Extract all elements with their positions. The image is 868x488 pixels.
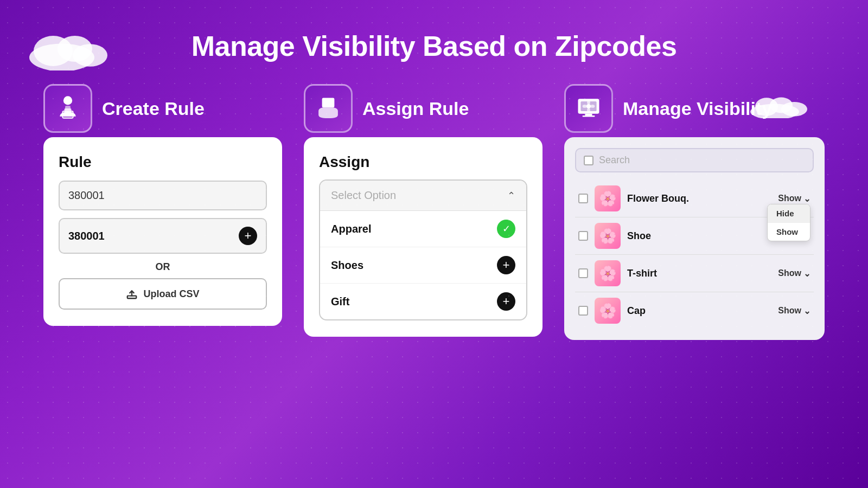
visibility-item-flower-bouq: 🌸 Flower Bouq. Show ⌄ Hide Show: [575, 180, 814, 217]
create-rule-header: Create Rule: [43, 84, 282, 133]
create-rule-title: Create Rule: [102, 98, 205, 119]
manage-visibility-icon: [575, 94, 603, 123]
chevron-down-cap-icon: ⌄: [803, 306, 810, 316]
chevron-down-icon: ⌄: [803, 194, 810, 204]
cloud-top-right-icon: [749, 92, 814, 118]
vis-thumb-tshirt: 🌸: [595, 260, 621, 286]
dropdown-item-apparel[interactable]: Apparel ✓: [320, 211, 526, 247]
show-dropdown-tshirt[interactable]: Show ⌄: [778, 268, 810, 279]
svg-point-7: [781, 102, 807, 116]
rule-input[interactable]: [59, 181, 267, 210]
assign-rule-title: Assign Rule: [362, 98, 469, 119]
assign-rule-header: Assign Rule: [304, 84, 542, 133]
rule-label: Rule: [59, 153, 267, 171]
assign-label: Assign: [319, 153, 527, 171]
dropdown-item-shoes[interactable]: Shoes +: [320, 247, 526, 284]
vis-checkbox-cap[interactable]: [578, 306, 588, 316]
dropdown-item-label-shoes: Shoes: [331, 259, 363, 272]
hide-show-popup-flower: Hide Show: [767, 204, 810, 241]
assign-rule-icon-box: [304, 84, 353, 133]
visibility-item-cap: 🌸 Cap Show ⌄: [575, 292, 814, 329]
show-dropdown-cap[interactable]: Show ⌄: [778, 306, 810, 316]
dropdown-item-label-apparel: Apparel: [331, 223, 371, 235]
hide-option[interactable]: Hide: [768, 204, 810, 223]
vis-name-tshirt: T-shirt: [627, 268, 771, 279]
assign-rule-icon: [314, 94, 342, 123]
page-header: Manage Visibility Based on Zipcodes: [0, 0, 868, 79]
svg-rect-18: [583, 115, 595, 117]
manage-visibility-section: Manage Visibility Search 🌸 Flower Bouq. …: [564, 84, 825, 340]
upload-csv-label: Upload CSV: [143, 288, 199, 300]
manage-visibility-body: Search 🌸 Flower Bouq. Show ⌄ Hide Show: [564, 137, 825, 340]
upload-csv-button[interactable]: Upload CSV: [59, 278, 267, 310]
cloud-top-left-icon: [27, 27, 114, 70]
search-box: Search: [575, 148, 814, 172]
selected-check-icon: ✓: [497, 220, 515, 238]
dropdown-item-label-gift: Gift: [331, 296, 349, 308]
page-title: Manage Visibility Based on Zipcodes: [0, 30, 868, 62]
assign-rule-body: Assign Select Option ⌃ Apparel ✓ Shoes +…: [304, 137, 542, 337]
chevron-down-tshirt-icon: ⌄: [803, 268, 810, 279]
vis-thumb-shoe: 🌸: [595, 223, 621, 249]
vis-name-cap: Cap: [627, 305, 771, 317]
search-checkbox[interactable]: [584, 156, 593, 165]
dropdown-header[interactable]: Select Option ⌃: [320, 181, 526, 211]
upload-icon: [126, 288, 138, 300]
add-gift-button[interactable]: +: [497, 292, 515, 311]
or-divider: OR: [59, 261, 267, 273]
vis-thumb-cap: 🌸: [595, 298, 621, 324]
vis-checkbox-flower[interactable]: [578, 194, 588, 203]
add-rule-button[interactable]: +: [239, 227, 257, 245]
vis-checkbox-tshirt[interactable]: [578, 268, 588, 278]
search-placeholder: Search: [599, 155, 630, 166]
dropdown-item-gift[interactable]: Gift +: [320, 284, 526, 319]
show-dropdown-flower[interactable]: Show ⌄ Hide Show: [778, 194, 810, 204]
create-rule-body: Rule 380001 + OR Upload CSV: [43, 137, 282, 326]
cards-container: Create Rule Rule 380001 + OR Upload CSV: [0, 84, 868, 340]
manage-visibility-icon-box: [564, 84, 613, 133]
dropdown-placeholder: Select Option: [331, 189, 396, 202]
show-option[interactable]: Show: [768, 223, 810, 241]
svg-point-3: [73, 44, 107, 67]
svg-rect-17: [585, 114, 592, 115]
create-rule-icon-box: [43, 84, 92, 133]
assign-dropdown: Select Option ⌃ Apparel ✓ Shoes + Gift +: [319, 179, 527, 320]
create-rule-icon: [54, 94, 82, 123]
vis-name-shoe: Shoe: [627, 230, 771, 242]
svg-point-23: [590, 105, 595, 108]
vis-thumb-flower: 🌸: [595, 185, 621, 211]
svg-point-8: [63, 96, 72, 105]
svg-rect-11: [65, 106, 71, 110]
assign-rule-section: Assign Rule Assign Select Option ⌃ Appar…: [304, 84, 542, 340]
add-shoes-button[interactable]: +: [497, 256, 515, 274]
svg-point-19: [586, 104, 591, 108]
dropdown-chevron-icon: ⌃: [507, 190, 515, 202]
svg-point-21: [587, 108, 590, 112]
rule-existing-row: 380001 +: [59, 218, 267, 254]
svg-point-22: [583, 105, 587, 108]
create-rule-section: Create Rule Rule 380001 + OR Upload CSV: [43, 84, 282, 340]
svg-point-20: [587, 100, 590, 105]
vis-name-flower: Flower Bouq.: [627, 193, 771, 204]
vis-checkbox-shoe[interactable]: [578, 231, 588, 241]
rule-existing-value: 380001: [68, 230, 105, 242]
visibility-item-tshirt: 🌸 T-shirt Show ⌄: [575, 255, 814, 292]
